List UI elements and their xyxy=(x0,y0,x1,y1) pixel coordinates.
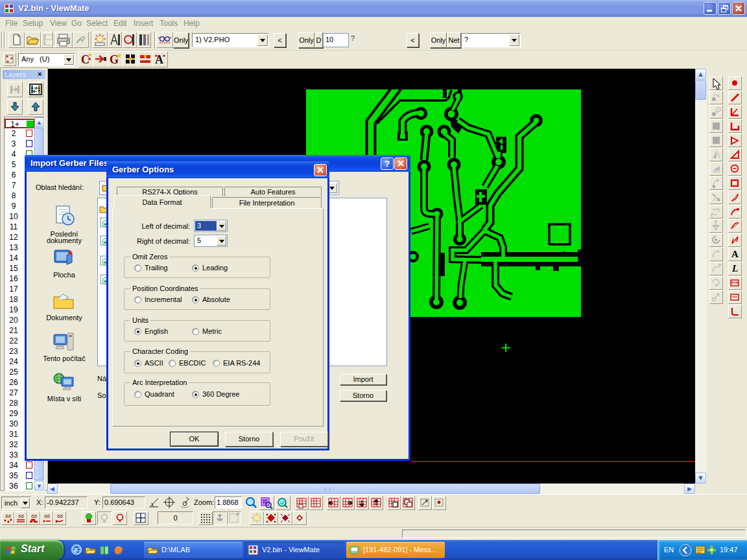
svg-text:C: C xyxy=(81,53,89,66)
svg-text:?: ? xyxy=(80,34,86,44)
svg-text:e: e xyxy=(74,545,78,555)
svg-text:66: 66 xyxy=(57,513,63,519)
svg-text:66: 66 xyxy=(31,513,37,519)
svg-text:G: G xyxy=(110,53,119,66)
svg-text:66: 66 xyxy=(18,513,24,519)
svg-text:66: 66 xyxy=(44,513,50,519)
svg-text:66: 66 xyxy=(5,513,11,519)
